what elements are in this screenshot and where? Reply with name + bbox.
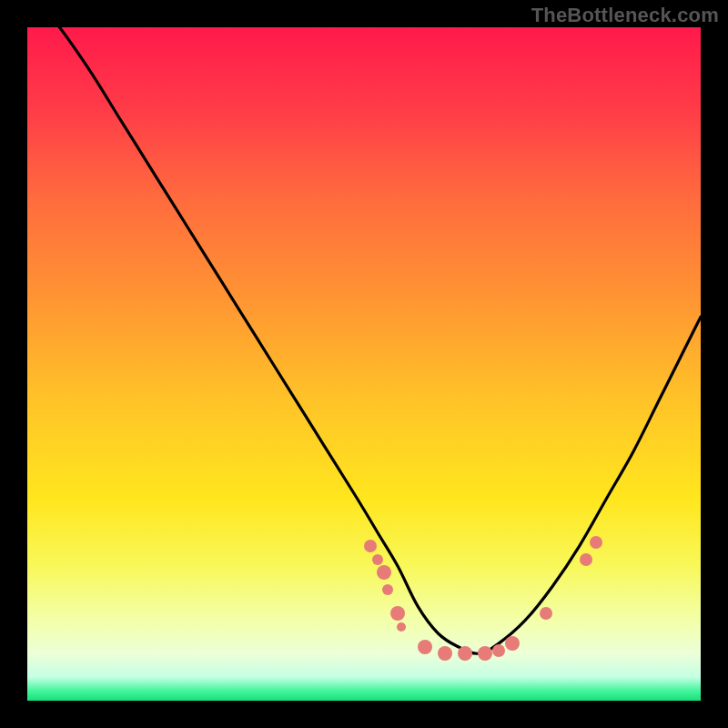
data-point [540, 607, 552, 620]
data-point [590, 536, 602, 549]
gradient-background [27, 27, 701, 701]
data-point [418, 640, 432, 654]
data-point [438, 646, 452, 661]
data-point [492, 644, 505, 657]
stage: TheBottleneck.com [0, 0, 728, 728]
data-point [382, 584, 393, 595]
data-point [377, 565, 391, 580]
data-point [580, 553, 592, 566]
plot-area [27, 27, 701, 701]
data-point [458, 646, 472, 661]
data-point [397, 622, 406, 632]
chart-svg [27, 27, 701, 701]
watermark-text: TheBottleneck.com [531, 4, 719, 27]
data-point [390, 606, 405, 621]
data-point [372, 554, 383, 565]
data-point [478, 646, 492, 661]
data-point [505, 636, 520, 651]
bottleneck-curve [27, 27, 701, 653]
data-point [364, 540, 377, 552]
